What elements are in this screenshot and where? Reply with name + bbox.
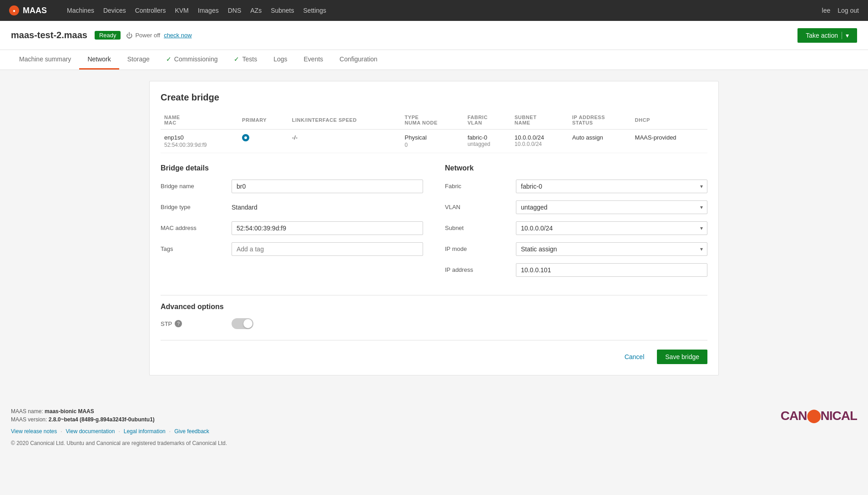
save-bridge-button[interactable]: Save bridge bbox=[657, 350, 707, 364]
maas-name-info: MAAS name: maas-bionic MAAS bbox=[11, 408, 857, 415]
nav-azs[interactable]: AZs bbox=[250, 7, 262, 14]
table-row: enp1s0 52:54:00:39:9d:f9 -/- Physical 0 … bbox=[161, 130, 707, 153]
tab-label: Configuration bbox=[339, 55, 377, 63]
ip-address-label: IP address bbox=[445, 263, 509, 273]
bridge-name-row: Bridge name bbox=[161, 180, 423, 193]
mac-address-input[interactable] bbox=[232, 221, 423, 235]
check-now-link[interactable]: check now bbox=[164, 32, 192, 39]
machine-name: maas-test-2.maas bbox=[11, 30, 87, 40]
footer-copyright: © 2020 Canonical Ltd. Ubuntu and Canonic… bbox=[11, 440, 857, 446]
fabric-select-wrapper: fabric-0 ▾ bbox=[516, 180, 707, 193]
bridge-name-input[interactable] bbox=[232, 180, 423, 193]
page-footer: CAN⬤NICAL MAAS name: maas-bionic MAAS MA… bbox=[0, 397, 868, 457]
ip-address-row: IP address bbox=[445, 263, 707, 277]
advanced-title: Advanced options bbox=[161, 303, 707, 311]
main-content: Create bridge NAME MAC PRIMARY LINK/INTE… bbox=[138, 70, 730, 386]
logout-link[interactable]: Log out bbox=[838, 7, 859, 14]
tab-storage[interactable]: Storage bbox=[119, 50, 158, 70]
nav-subnets[interactable]: Subnets bbox=[271, 7, 294, 14]
view-release-notes-link[interactable]: View release notes bbox=[11, 428, 57, 435]
primary-radio[interactable] bbox=[242, 134, 249, 141]
maas-version-value: 2.8.0~beta4 (8489-g.894a3243f-0ubuntu1) bbox=[49, 416, 155, 423]
tab-commissioning[interactable]: ✓ Commissioning bbox=[158, 50, 226, 70]
separator: · bbox=[61, 428, 62, 435]
take-action-button[interactable]: Take action ▾ bbox=[797, 28, 857, 43]
subnet-row: Subnet 10.0.0.0/24 ▾ bbox=[445, 221, 707, 235]
ip-address-input[interactable] bbox=[516, 263, 707, 277]
fabric-label: Fabric bbox=[445, 180, 509, 190]
tab-network[interactable]: Network bbox=[79, 50, 119, 70]
tab-label: Events bbox=[304, 55, 323, 63]
tab-configuration[interactable]: Configuration bbox=[331, 50, 385, 70]
power-icon: ⏻ bbox=[126, 32, 132, 39]
tags-input[interactable] bbox=[232, 242, 423, 256]
nav-settings[interactable]: Settings bbox=[303, 7, 327, 14]
maas-name-value: maas-bionic MAAS bbox=[45, 408, 94, 415]
ip-mode-label: IP mode bbox=[445, 242, 509, 252]
panel-title: Create bridge bbox=[161, 92, 707, 103]
maas-version-label: MAAS version: bbox=[11, 416, 47, 423]
give-feedback-link[interactable]: Give feedback bbox=[174, 428, 209, 435]
fabric-select[interactable]: fabric-0 bbox=[516, 180, 707, 193]
cell-subnet: 10.0.0.0/24 10.0.0.0/24 bbox=[511, 130, 569, 153]
subnet-select[interactable]: 10.0.0.0/24 bbox=[516, 221, 707, 235]
view-documentation-link[interactable]: View documentation bbox=[66, 428, 115, 435]
nav-images[interactable]: Images bbox=[198, 7, 219, 14]
tab-label: Machine summary bbox=[19, 55, 71, 63]
brand-logo: ● MAAS bbox=[9, 5, 47, 15]
nav-controllers[interactable]: Controllers bbox=[135, 7, 166, 14]
network-section: Network Fabric fabric-0 ▾ VLAN untagged bbox=[445, 164, 707, 284]
cancel-button[interactable]: Cancel bbox=[617, 350, 652, 364]
stp-label: STP bbox=[161, 320, 172, 327]
col-link-speed: LINK/INTERFACE SPEED bbox=[288, 112, 401, 130]
cell-name: enp1s0 52:54:00:39:9d:f9 bbox=[161, 130, 238, 153]
tab-tests[interactable]: ✓ Tests bbox=[226, 50, 265, 70]
nav-dns[interactable]: DNS bbox=[228, 7, 242, 14]
tab-label: Commissioning bbox=[174, 55, 218, 63]
fabric-row: Fabric fabric-0 ▾ bbox=[445, 180, 707, 193]
power-status: ⏻ Power off bbox=[126, 32, 160, 39]
username: lee bbox=[822, 7, 831, 14]
bridge-details-section: Bridge details Bridge name Bridge type S… bbox=[161, 164, 423, 284]
check-icon: ✓ bbox=[234, 55, 239, 63]
col-primary: PRIMARY bbox=[238, 112, 288, 130]
tags-label: Tags bbox=[161, 242, 224, 252]
ip-mode-select[interactable]: Static assign bbox=[516, 242, 707, 256]
advanced-section: Advanced options STP ? bbox=[161, 295, 707, 329]
maas-version-info: MAAS version: 2.8.0~beta4 (8489-g.894a32… bbox=[11, 416, 857, 423]
nav-machines[interactable]: Machines bbox=[67, 7, 94, 14]
nav-devices[interactable]: Devices bbox=[103, 7, 126, 14]
separator: · bbox=[118, 428, 120, 435]
bridge-name-label: Bridge name bbox=[161, 180, 224, 190]
status-badge: Ready bbox=[95, 31, 121, 40]
cell-link-speed: -/- bbox=[288, 130, 401, 153]
stp-label-group: STP ? bbox=[161, 320, 224, 327]
stp-toggle[interactable] bbox=[232, 318, 253, 329]
bridge-type-row: Bridge type Standard bbox=[161, 200, 423, 214]
tab-logs[interactable]: Logs bbox=[265, 50, 295, 70]
vlan-select-wrapper: untagged ▾ bbox=[516, 200, 707, 214]
canonical-logo: CAN⬤NICAL bbox=[781, 408, 857, 423]
maas-name-label: MAAS name: bbox=[11, 408, 43, 415]
legal-information-link[interactable]: Legal information bbox=[124, 428, 166, 435]
vlan-select[interactable]: untagged bbox=[516, 200, 707, 214]
subnet-select-wrapper: 10.0.0.0/24 ▾ bbox=[516, 221, 707, 235]
network-table: NAME MAC PRIMARY LINK/INTERFACE SPEED TY… bbox=[161, 112, 707, 153]
bridge-details-title: Bridge details bbox=[161, 164, 423, 172]
mac-address-row: MAC address bbox=[161, 221, 423, 235]
cell-type: Physical 0 bbox=[401, 130, 464, 153]
tab-machine-summary[interactable]: Machine summary bbox=[11, 50, 79, 70]
col-dhcp: DHCP bbox=[631, 112, 707, 130]
cell-primary bbox=[238, 130, 288, 153]
subnet-label: Subnet bbox=[445, 221, 509, 231]
nav-kvm[interactable]: KVM bbox=[175, 7, 188, 14]
stp-help-icon[interactable]: ? bbox=[175, 320, 182, 327]
tab-events[interactable]: Events bbox=[296, 50, 332, 70]
interface-name: enp1s0 bbox=[164, 134, 235, 141]
nav-links: Machines Devices Controllers KVM Images … bbox=[67, 7, 811, 14]
mac-address: 52:54:00:39:9d:f9 bbox=[164, 142, 235, 148]
ip-mode-select-wrapper: Static assign ▾ bbox=[516, 242, 707, 256]
take-action-label: Take action bbox=[806, 32, 838, 39]
bridge-type-value: Standard bbox=[232, 200, 423, 214]
form-sections: Bridge details Bridge name Bridge type S… bbox=[161, 164, 707, 284]
